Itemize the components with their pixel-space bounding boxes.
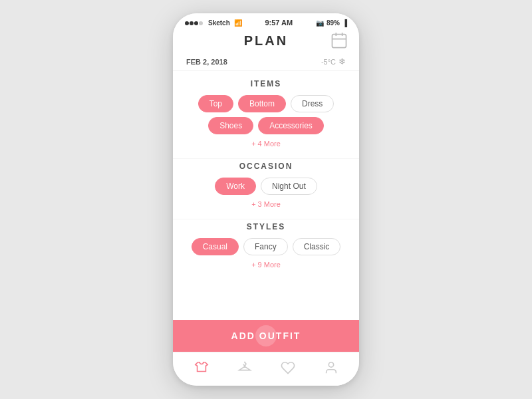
chip-fancy[interactable]: Fancy [243,238,288,255]
status-right: 📷 89% ▐ [316,19,347,27]
chip-top[interactable]: Top [198,95,233,112]
phone-frame: Sketch 📶 9:57 AM 📷 89% ▐ PLAN FEB 2, 201… [173,13,359,386]
content-scroll[interactable]: ITEMS Top Bottom Dress Shoes Accessories… [173,71,359,320]
occasion-chips: Work Night Out [186,178,346,195]
divider-1 [173,158,359,159]
page-title: PLAN [244,33,288,49]
nav-favorites[interactable] [274,358,302,378]
heart-icon [281,360,295,375]
date-label: FEB 2, 2018 [186,58,227,66]
chip-work[interactable]: Work [215,178,256,195]
hanger-icon [237,360,252,375]
chip-dress[interactable]: Dress [291,95,334,112]
svg-rect-0 [332,34,346,47]
items-chips: Top Bottom Dress Shoes Accessories [186,95,346,134]
chip-casual[interactable]: Casual [192,238,239,255]
svg-point-5 [329,362,333,367]
signal-dots [185,19,203,27]
items-section: ITEMS Top Bottom Dress Shoes Accessories… [173,79,359,156]
nav-profile[interactable] [317,358,345,378]
temp-value: -5°C [321,58,336,66]
calendar-icon-button[interactable] [330,31,348,50]
add-outfit-button[interactable]: ADD OUTFIT [173,320,359,352]
battery-icon: ▐ [342,19,347,27]
divider-2 [173,219,359,219]
occasion-section-title: OCCASION [186,162,346,171]
occasion-section: OCCASION Work Night Out + 3 More [173,162,359,216]
bluetooth-icon: 📷 [316,19,324,27]
chip-bottom[interactable]: Bottom [238,95,286,112]
styles-section: STYLES Casual Fancy Classic + 9 More [173,222,359,277]
chip-classic[interactable]: Classic [293,238,341,255]
styles-section-title: STYLES [186,222,346,231]
profile-icon [324,360,338,375]
temperature-display: -5°C ❄ [321,57,346,66]
wifi-icon: 📶 [234,19,242,27]
header: PLAN [173,28,359,53]
status-left: Sketch 📶 [185,19,242,27]
status-bar: Sketch 📶 9:57 AM 📷 89% ▐ [173,13,359,28]
status-time: 9:57 AM [265,19,293,27]
nav-hanger[interactable] [231,358,259,378]
carrier-label: Sketch [208,19,230,27]
styles-more-link[interactable]: + 9 More [186,261,346,269]
styles-chips: Casual Fancy Classic [186,238,346,255]
date-bar: FEB 2, 2018 -5°C ❄ [173,53,359,71]
bottom-nav [173,352,359,386]
items-section-title: ITEMS [186,79,346,88]
battery-label: 89% [327,19,340,27]
nav-wardrobe[interactable] [188,358,215,378]
occasion-more-link[interactable]: + 3 More [186,200,346,208]
weather-snowflake-icon: ❄ [338,57,346,66]
chip-shoes[interactable]: Shoes [208,117,253,134]
tshirt-icon [194,360,209,375]
calendar-icon [330,31,348,50]
chip-accessories[interactable]: Accessories [258,117,324,134]
chip-night-out[interactable]: Night Out [261,178,317,195]
items-more-link[interactable]: + 4 More [186,140,346,148]
